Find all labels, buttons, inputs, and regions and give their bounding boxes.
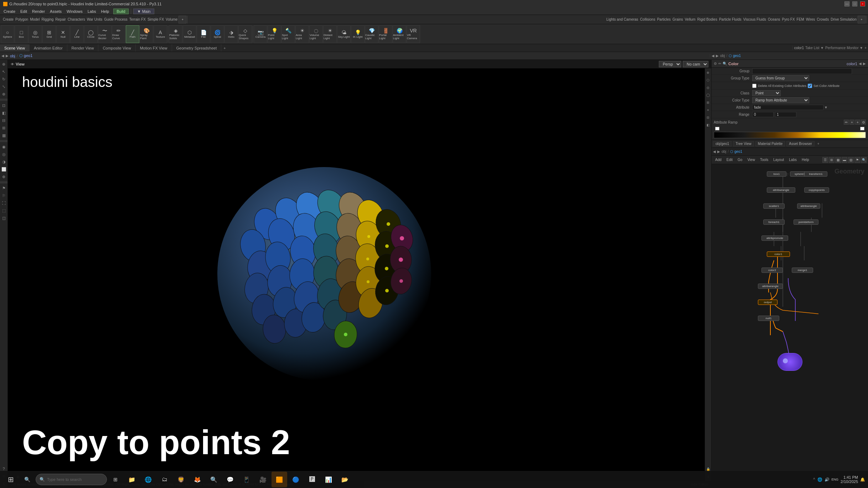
props-pen-icon[interactable]: ✏	[718, 62, 721, 66]
ng-tab-add[interactable]: +	[816, 141, 821, 146]
minimize-button[interactable]: —	[844, 1, 849, 6]
sidebar-rotate[interactable]: ↻	[0, 76, 7, 83]
menu-render[interactable]: Render	[30, 9, 47, 14]
tool-distantlight[interactable]: ☀ Distant Light	[323, 25, 337, 43]
sidebar-render1[interactable]: ◉	[0, 143, 7, 150]
props-tab-perfmonitor[interactable]: Performance Monitor ▼	[825, 46, 863, 50]
ng-btn-edit[interactable]: Edit	[724, 157, 735, 162]
tool-drawcurve[interactable]: ✏ Draw Curve	[112, 25, 125, 43]
props-breadcrumb-geo1[interactable]: ⬡ geo1	[729, 54, 741, 58]
props-grouptype-select[interactable]: Guess from Group	[752, 75, 809, 81]
tray-notifications[interactable]: 🔔	[860, 477, 865, 482]
main-tab[interactable]: ▼ Main	[133, 9, 155, 14]
props-expand-icon[interactable]: ▶	[863, 62, 866, 66]
props-attribute-menu-icon[interactable]: ▼	[824, 105, 828, 109]
props-nav-forward[interactable]: ▶	[716, 54, 719, 58]
tool-spiral[interactable]: 🌀 Spiral	[211, 25, 224, 43]
ng-nav-back[interactable]: ◀	[713, 150, 716, 154]
taskbar-blender[interactable]: 🔵	[288, 472, 304, 487]
node-13[interactable]: merge1	[792, 268, 813, 273]
tool-path[interactable]: ╱ Path	[126, 25, 139, 43]
sidebar-flag1[interactable]: ⚑	[0, 185, 7, 192]
ramp-edit-btn[interactable]: ✏	[844, 120, 849, 125]
ng-icon-table[interactable]: ▦	[835, 157, 841, 163]
tool-texture[interactable]: A Texture	[154, 25, 167, 43]
sidebar-layout4[interactable]: ▦	[0, 132, 7, 139]
ng-bc-geo1[interactable]: ⬡ geo1	[730, 150, 742, 154]
breadcrumb-obj[interactable]: obj	[10, 54, 15, 58]
props-class-select[interactable]: Point Primitive Vertex	[752, 90, 781, 96]
tool-spotlight[interactable]: 🔦 Spot Light	[281, 25, 295, 43]
tool-curvebezier[interactable]: 〜 Curve Bezier	[98, 25, 112, 43]
tool-arealight[interactable]: ☀ Area Light	[295, 25, 309, 43]
taskbar-photoshop[interactable]: 🅿	[304, 472, 320, 487]
sidebar-flag2[interactable]: ⚐	[0, 192, 7, 199]
ng-tab-assetbrowser[interactable]: Asset Browser	[786, 141, 814, 146]
taskbar-files2[interactable]: 📂	[337, 472, 353, 487]
node-1[interactable]: box1	[767, 171, 786, 177]
taskbar-search[interactable]: 🔍 Type here to search	[36, 474, 107, 485]
props-colortype-select[interactable]: Ramp from Attribute Constant Color Rando…	[752, 97, 809, 103]
tool-platonicsolids[interactable]: ◈ Platonic Solids	[169, 25, 182, 43]
sidebar-wire[interactable]: ⬜	[0, 166, 7, 173]
ng-nav-forward[interactable]: ▶	[717, 150, 720, 154]
ng-icon-grid[interactable]: ⊞	[829, 157, 835, 163]
node-15-orange[interactable]: output	[758, 300, 777, 305]
tool-torus[interactable]: ◎ Torus	[29, 25, 42, 43]
viewport-camera-select[interactable]: No cam	[683, 61, 708, 67]
tool-vrcamera[interactable]: VR VR Camera	[407, 25, 420, 43]
sidebar-layout2[interactable]: ⊟	[0, 117, 7, 124]
tool-portallight[interactable]: 🚪 Portal Light	[379, 25, 392, 43]
taskbar-search2[interactable]: 🔍	[206, 472, 222, 487]
tab-geospreadsheet[interactable]: Geometry Spreadsheet	[172, 44, 222, 52]
vp-ctrl-7[interactable]: ⊟	[704, 114, 711, 121]
ng-icon-flag[interactable]: ⚑	[854, 157, 860, 163]
tray-chevron[interactable]: ^	[813, 477, 815, 482]
props-nav-back[interactable]: ◀	[712, 54, 714, 58]
tool-circle[interactable]: ◯ Circle	[84, 25, 98, 43]
start-button[interactable]: ⊞	[3, 472, 19, 487]
tool-causticlight[interactable]: 💎 Caustic Light	[365, 25, 378, 43]
ng-icon-compact[interactable]: ▬	[842, 157, 847, 163]
vp-ctrl-1[interactable]: ⊕	[704, 69, 711, 76]
node-12[interactable]: color2	[761, 268, 783, 273]
ramp-menu-btn[interactable]: +	[855, 120, 860, 125]
ramp-options-btn[interactable]: ⚙	[861, 120, 866, 125]
node-4[interactable]: attribwrangle	[767, 187, 795, 193]
tool-quickshapes[interactable]: ◇ Quick Shapes	[238, 25, 252, 43]
sidebar-flag3[interactable]: ⛶	[0, 199, 7, 207]
tool-skylight[interactable]: 🌤 Sky Light	[337, 25, 351, 43]
ng-icon-search[interactable]: 🔍	[861, 157, 867, 163]
ng-tab-materialpalette[interactable]: Material Palette	[755, 141, 785, 146]
node-16[interactable]: null1	[758, 316, 779, 321]
props-collapse-icon[interactable]: ◀	[859, 62, 862, 66]
sidebar-select[interactable]: ⊕	[0, 61, 7, 68]
taskbar-taskview[interactable]: ⊞	[108, 472, 123, 487]
sidebar-scale[interactable]: ⤡	[0, 83, 7, 90]
vp-ctrl-3[interactable]: ◎	[704, 84, 711, 91]
sidebar-move[interactable]: ↖	[0, 68, 7, 75]
tool-null[interactable]: ✕ Null	[56, 25, 70, 43]
tool-metaball[interactable]: ⬡ Metaball	[183, 25, 196, 43]
build-button[interactable]: Build	[113, 9, 128, 14]
ng-icon-list[interactable]: ☰	[822, 157, 828, 163]
sidebar-render2[interactable]: ◎	[0, 151, 7, 158]
props-set-color-checkbox[interactable]	[808, 84, 812, 88]
ng-btn-help[interactable]: Help	[800, 157, 811, 162]
tool-spraypaint[interactable]: 🎨 Spray Paint	[140, 25, 153, 43]
tool-file[interactable]: 📄 File	[197, 25, 210, 43]
node-7[interactable]: attribwrangle	[797, 203, 820, 209]
viewport-perspective-select[interactable]: Persp Top Front Left	[659, 61, 681, 67]
node-output-purple[interactable]	[777, 353, 802, 371]
taskbar-brave[interactable]: 🦁	[173, 472, 189, 487]
props-search-icon[interactable]: 🔍	[723, 62, 727, 66]
menu-edit[interactable]: Edit	[18, 9, 29, 14]
close-button[interactable]: ×	[860, 1, 865, 6]
tool-box[interactable]: □ Box	[15, 25, 28, 43]
toolbar-more-btn[interactable]: +	[858, 16, 866, 24]
sidebar-transform[interactable]: ⊕	[0, 90, 7, 98]
node-11-selected[interactable]: color1	[767, 251, 790, 257]
ramp-add-btn[interactable]: +	[849, 120, 854, 125]
tool-helix[interactable]: ⬗ Helix	[224, 25, 238, 43]
ng-btn-layout[interactable]: Layout	[771, 157, 786, 162]
